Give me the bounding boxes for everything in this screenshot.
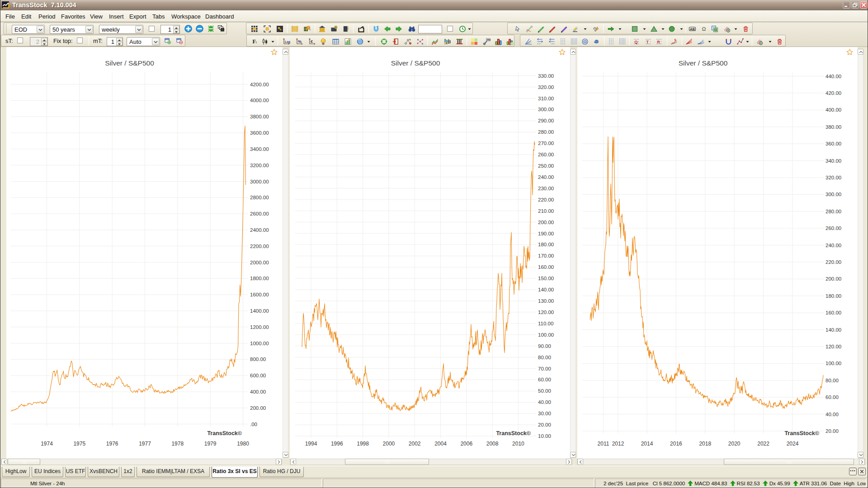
svg-text:2600.00: 2600.00 bbox=[250, 211, 269, 216]
svg-text:R: R bbox=[657, 40, 660, 44]
svg-text:380.00: 380.00 bbox=[826, 124, 841, 130]
svg-text:400.00: 400.00 bbox=[826, 107, 841, 113]
svg-text:100.00: 100.00 bbox=[826, 361, 841, 366]
svg-text:340.00: 340.00 bbox=[826, 158, 841, 164]
svg-text:30.00: 30.00 bbox=[538, 411, 551, 416]
svg-text:150.00: 150.00 bbox=[538, 276, 554, 281]
svg-text:1994: 1994 bbox=[305, 441, 317, 447]
svg-text:190.00: 190.00 bbox=[538, 231, 554, 236]
svg-text:2200.00: 2200.00 bbox=[250, 244, 269, 249]
svg-text:290.00: 290.00 bbox=[538, 118, 554, 123]
svg-text:2000.00: 2000.00 bbox=[250, 260, 269, 265]
svg-text:300.00: 300.00 bbox=[538, 107, 554, 112]
svg-text:2024: 2024 bbox=[787, 441, 799, 447]
svg-text:1600.00: 1600.00 bbox=[250, 292, 269, 297]
svg-text:20.00: 20.00 bbox=[538, 422, 551, 427]
svg-text:250.00: 250.00 bbox=[538, 163, 554, 169]
svg-text:2016: 2016 bbox=[670, 441, 682, 447]
svg-text:330.00: 330.00 bbox=[538, 73, 554, 79]
svg-text:r: r bbox=[256, 40, 257, 44]
svg-text:120.00: 120.00 bbox=[826, 344, 841, 349]
svg-text:F: F bbox=[252, 38, 255, 45]
svg-text:200.00: 200.00 bbox=[538, 220, 554, 225]
svg-text:220.00: 220.00 bbox=[826, 259, 841, 265]
svg-text:220.00: 220.00 bbox=[538, 197, 554, 202]
svg-text:270.00: 270.00 bbox=[538, 141, 554, 146]
svg-text:1200.00: 1200.00 bbox=[250, 324, 269, 330]
svg-text:3600.00: 3600.00 bbox=[250, 130, 269, 136]
svg-text:200.00: 200.00 bbox=[250, 405, 266, 411]
svg-text:1977: 1977 bbox=[139, 441, 151, 447]
svg-text:2018: 2018 bbox=[699, 441, 711, 447]
svg-text:2014: 2014 bbox=[641, 441, 653, 447]
svg-text:50.00: 50.00 bbox=[538, 388, 551, 394]
svg-text:AB: AB bbox=[690, 27, 695, 31]
svg-text:170.00: 170.00 bbox=[538, 253, 554, 258]
svg-text:TransStock©: TransStock© bbox=[207, 430, 242, 436]
svg-text:140.00: 140.00 bbox=[538, 287, 554, 292]
svg-text:2008: 2008 bbox=[486, 441, 499, 447]
svg-text:Silver / S&P500: Silver / S&P500 bbox=[391, 59, 440, 67]
svg-text:180.00: 180.00 bbox=[538, 242, 554, 247]
svg-text:4000.00: 4000.00 bbox=[250, 98, 269, 103]
svg-text:160.00: 160.00 bbox=[538, 264, 554, 270]
svg-text:100.00: 100.00 bbox=[538, 332, 554, 338]
svg-text:320.00: 320.00 bbox=[826, 175, 841, 180]
svg-text:70.00: 70.00 bbox=[538, 366, 551, 371]
svg-text:140.00: 140.00 bbox=[826, 327, 841, 333]
svg-text:260.00: 260.00 bbox=[538, 152, 554, 157]
svg-text:200.00: 200.00 bbox=[826, 276, 841, 282]
svg-text:1980: 1980 bbox=[237, 441, 249, 447]
svg-text:1974: 1974 bbox=[41, 441, 53, 447]
svg-text:Silver / S&P500: Silver / S&P500 bbox=[105, 59, 154, 67]
svg-text:3800.00: 3800.00 bbox=[250, 114, 269, 119]
svg-text:60.00: 60.00 bbox=[538, 377, 551, 382]
svg-text:40.00: 40.00 bbox=[538, 399, 551, 405]
svg-text:240.00: 240.00 bbox=[538, 174, 554, 180]
svg-text:320.00: 320.00 bbox=[538, 84, 554, 90]
svg-text:3400.00: 3400.00 bbox=[250, 146, 269, 152]
svg-text:10.00: 10.00 bbox=[538, 433, 551, 439]
svg-text:1979: 1979 bbox=[204, 441, 217, 447]
svg-text:90.00: 90.00 bbox=[538, 343, 551, 349]
svg-text:160.00: 160.00 bbox=[826, 310, 841, 315]
svg-text:2020: 2020 bbox=[728, 441, 741, 447]
svg-text:1976: 1976 bbox=[106, 441, 118, 447]
svg-text:2800.00: 2800.00 bbox=[250, 195, 269, 200]
svg-text:1978: 1978 bbox=[171, 441, 184, 447]
svg-text:€: € bbox=[311, 39, 313, 44]
svg-text:TransStock©: TransStock© bbox=[496, 430, 531, 436]
svg-text:600.00: 600.00 bbox=[250, 373, 266, 378]
svg-text:3200.00: 3200.00 bbox=[250, 163, 269, 168]
svg-text:40.00: 40.00 bbox=[826, 412, 839, 417]
svg-text:1400.00: 1400.00 bbox=[250, 308, 269, 314]
svg-text:T: T bbox=[646, 40, 649, 44]
svg-text:3000.00: 3000.00 bbox=[250, 179, 269, 184]
svg-text:420.00: 420.00 bbox=[826, 90, 841, 96]
svg-text:2011: 2011 bbox=[598, 441, 609, 447]
svg-text:Ω: Ω bbox=[702, 26, 706, 32]
svg-text:120.00: 120.00 bbox=[538, 310, 554, 315]
svg-text:1998: 1998 bbox=[357, 441, 369, 447]
svg-text:4200.00: 4200.00 bbox=[250, 82, 269, 87]
svg-text:440.00: 440.00 bbox=[826, 74, 841, 79]
svg-text:360.00: 360.00 bbox=[826, 141, 841, 146]
svg-text:.00: .00 bbox=[250, 422, 257, 427]
svg-text:Log: Log bbox=[285, 40, 290, 44]
svg-text:2022: 2022 bbox=[757, 441, 769, 447]
svg-text:S: S bbox=[675, 38, 676, 41]
svg-text:240.00: 240.00 bbox=[826, 243, 841, 248]
svg-text:110.00: 110.00 bbox=[538, 321, 553, 326]
svg-text:1800.00: 1800.00 bbox=[250, 276, 269, 281]
svg-text:60.00: 60.00 bbox=[826, 394, 839, 400]
svg-text:20.00: 20.00 bbox=[826, 428, 839, 434]
svg-text:2010: 2010 bbox=[512, 441, 524, 447]
svg-text:1975: 1975 bbox=[73, 441, 85, 447]
svg-text:Silver / S&P500: Silver / S&P500 bbox=[679, 59, 728, 67]
svg-text:400.00: 400.00 bbox=[250, 389, 266, 394]
svg-text:210.00: 210.00 bbox=[538, 208, 554, 214]
svg-text:230.00: 230.00 bbox=[538, 186, 554, 191]
svg-text:2006: 2006 bbox=[460, 441, 472, 447]
svg-text:Q: Q bbox=[635, 40, 638, 44]
svg-text:280.00: 280.00 bbox=[538, 129, 554, 135]
